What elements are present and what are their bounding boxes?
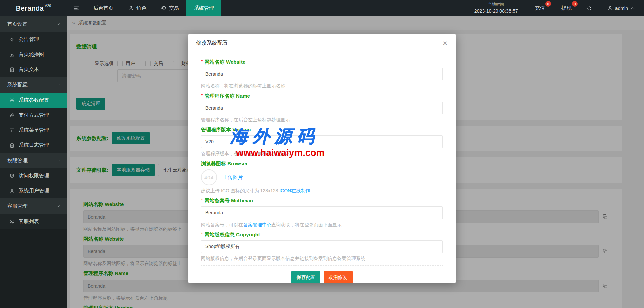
app-version: V20 bbox=[45, 4, 51, 8]
recharge-badge: 0 bbox=[545, 1, 551, 7]
sidebar-item-label: 系统菜单管理 bbox=[19, 127, 49, 133]
sidebar-item-label: 首页文本 bbox=[19, 66, 39, 73]
sidebar-item-8[interactable]: 系统日志管理 bbox=[0, 138, 67, 153]
modal-field-input[interactable] bbox=[201, 240, 443, 253]
modal-field-input[interactable] bbox=[201, 135, 443, 148]
sidebar-item-10[interactable]: 访问权限管理 bbox=[0, 168, 67, 183]
modal-field-4: *网站备案号 Miitbeian网站备案号，可以在备案管理中心查询获取，将在登录… bbox=[201, 198, 443, 227]
nav-item-label: 系统管理 bbox=[194, 5, 214, 11]
help-text: 网站名称，将在浏览器的标签上显示名称 bbox=[201, 83, 285, 88]
withdraw-button[interactable]: 提现 0 bbox=[553, 0, 580, 16]
scales-icon bbox=[161, 5, 167, 11]
nav-item-1[interactable]: 角色 bbox=[121, 0, 154, 16]
nav-item-2[interactable]: 交易 bbox=[154, 0, 186, 16]
help-text: 网站版权信息，在后台登录页面显示版本信息并链接到备案到信息备案管理系统 bbox=[201, 256, 365, 261]
chevron-down-icon bbox=[56, 83, 60, 87]
modal-header: 修改系统配置 × bbox=[188, 34, 456, 52]
link-icon bbox=[9, 113, 15, 118]
sidebar: 首页设置公告管理首页轮播图首页文本系统配置系统参数配置支付方式管理系统菜单管理系… bbox=[0, 16, 67, 308]
sidebar-item-label: 支付方式管理 bbox=[19, 112, 49, 118]
time-value: 2023-10-20 08:36:57 bbox=[474, 8, 518, 15]
upload-image-link[interactable]: 上传图片 bbox=[223, 174, 243, 181]
user-menu[interactable]: admin bbox=[599, 0, 644, 16]
sidebar-group-label: 系统配置 bbox=[7, 82, 28, 88]
help-text: 查询获取，将在登录页面下面显示 bbox=[271, 222, 342, 227]
local-time: 当地时间 2023-10-20 08:36:57 bbox=[466, 0, 527, 16]
withdraw-label: 提现 bbox=[561, 5, 572, 11]
speaker-icon bbox=[9, 37, 15, 42]
sidebar-item-2[interactable]: 首页轮播图 bbox=[0, 47, 67, 62]
help-text: 管理程序版本，在后台左上角标题处理显示 bbox=[201, 151, 290, 156]
file-icon bbox=[9, 67, 15, 72]
modal-field-2: 管理程序版本 Version管理程序版本，在后台左上角标题处理显示 bbox=[201, 127, 443, 156]
required-asterisk: * bbox=[201, 92, 203, 98]
recharge-button[interactable]: 充值 0 bbox=[527, 0, 553, 16]
sidebar-item-label: 访问权限管理 bbox=[19, 173, 49, 179]
sidebar-item-7[interactable]: 系统菜单管理 bbox=[0, 123, 67, 138]
sidebar-group-label: 客服管理 bbox=[7, 203, 28, 209]
user-icon bbox=[9, 188, 15, 194]
app-logo[interactable]: Beranda V20 bbox=[0, 0, 67, 16]
sidebar-group-label: 首页设置 bbox=[7, 21, 28, 27]
top-menu: 后台首页角色交易系统管理 bbox=[86, 0, 221, 16]
layout-icon bbox=[9, 128, 15, 133]
user-icon bbox=[128, 5, 134, 11]
sidebar-item-11[interactable]: 系统用户管理 bbox=[0, 183, 67, 198]
top-navbar: Beranda V20 后台首页角色交易系统管理 当地时间 2023-10-20… bbox=[0, 0, 644, 16]
shield-icon bbox=[9, 173, 15, 179]
modal-field-0: *网站名称 Website网站名称，将在浏览器的标签上显示名称 bbox=[201, 59, 443, 88]
help-text: 网站备案号，可以在 bbox=[201, 222, 243, 227]
nav-item-label: 交易 bbox=[169, 5, 179, 11]
time-label: 当地时间 bbox=[488, 1, 504, 8]
sidebar-item-1[interactable]: 公告管理 bbox=[0, 32, 67, 47]
help-link[interactable]: ICON在线制作 bbox=[279, 188, 310, 193]
sidebar-item-label: 首页轮播图 bbox=[19, 51, 44, 58]
sidebar-item-6[interactable]: 支付方式管理 bbox=[0, 108, 67, 123]
app-logo-text: Beranda bbox=[16, 4, 44, 12]
sidebar-item-label: 系统日志管理 bbox=[19, 142, 49, 148]
sidebar-item-3[interactable]: 首页文本 bbox=[0, 62, 67, 77]
modify-system-config-modal: 修改系统配置 × *网站名称 Website网站名称，将在浏览器的标签上显示名称… bbox=[188, 34, 456, 283]
favicon-placeholder: 404 bbox=[201, 169, 217, 185]
sidebar-item-label: 系统参数配置 bbox=[19, 97, 49, 103]
sidebar-item-5[interactable]: 系统参数配置 bbox=[0, 93, 67, 108]
save-config-button[interactable]: 保存配置 bbox=[291, 271, 320, 283]
modal-field-label: 管理程序版本 Version bbox=[201, 127, 443, 132]
sidebar-group-12[interactable]: 客服管理 bbox=[0, 198, 67, 214]
modal-field-input[interactable] bbox=[201, 206, 443, 219]
modal-field-label: *网站名称 Website bbox=[201, 59, 443, 65]
sidebar-item-label: 公告管理 bbox=[19, 36, 39, 43]
modal-field-label: *管理程序名称 Name bbox=[201, 93, 443, 99]
hamburger-icon bbox=[73, 5, 79, 11]
sidebar-collapse-button[interactable] bbox=[67, 0, 86, 16]
nav-item-0[interactable]: 后台首页 bbox=[86, 0, 121, 16]
nav-item-3[interactable]: 系统管理 bbox=[186, 0, 221, 16]
modal-field-help: 建议上传 ICO 图标的尺寸为 128x128 ICON在线制作 bbox=[201, 188, 443, 193]
nav-item-label: 后台首页 bbox=[93, 5, 113, 11]
chevron-down-icon bbox=[56, 204, 60, 208]
sidebar-item-label: 客服列表 bbox=[19, 218, 39, 225]
modal-field-3: 浏览器图标 Browser404上传图片建议上传 ICO 图标的尺寸为 128x… bbox=[201, 161, 443, 193]
modal-field-input[interactable] bbox=[201, 68, 443, 80]
nav-item-label: 角色 bbox=[136, 5, 146, 11]
modal-field-label: *网站备案号 Miitbeian bbox=[201, 198, 443, 203]
help-link[interactable]: 备案管理中心 bbox=[243, 222, 271, 227]
modal-field-1: *管理程序名称 Name管理程序名称，在后台左上角标题处理显示 bbox=[201, 93, 443, 122]
gear-icon bbox=[9, 98, 15, 103]
sidebar-group-0[interactable]: 首页设置 bbox=[0, 16, 67, 32]
sidebar-item-13[interactable]: 客服列表 bbox=[0, 214, 67, 229]
recharge-label: 充值 bbox=[535, 5, 545, 11]
close-icon[interactable]: × bbox=[441, 39, 449, 48]
modal-body: *网站名称 Website网站名称，将在浏览器的标签上显示名称*管理程序名称 N… bbox=[188, 52, 456, 261]
chevron-down-icon bbox=[56, 22, 60, 26]
sidebar-group-9[interactable]: 权限管理 bbox=[0, 153, 67, 168]
refresh-icon bbox=[587, 6, 592, 11]
cancel-button[interactable]: 取消修改 bbox=[324, 271, 353, 283]
withdraw-badge: 0 bbox=[572, 1, 578, 7]
navbar-right: 当地时间 2023-10-20 08:36:57 充值 0 提现 0 admin bbox=[466, 0, 644, 16]
sidebar-group-4[interactable]: 系统配置 bbox=[0, 77, 67, 93]
username: admin bbox=[615, 6, 628, 11]
modal-field-input[interactable] bbox=[201, 102, 443, 114]
modal-field-help: 网站名称，将在浏览器的标签上显示名称 bbox=[201, 83, 443, 88]
refresh-button[interactable] bbox=[580, 0, 599, 16]
